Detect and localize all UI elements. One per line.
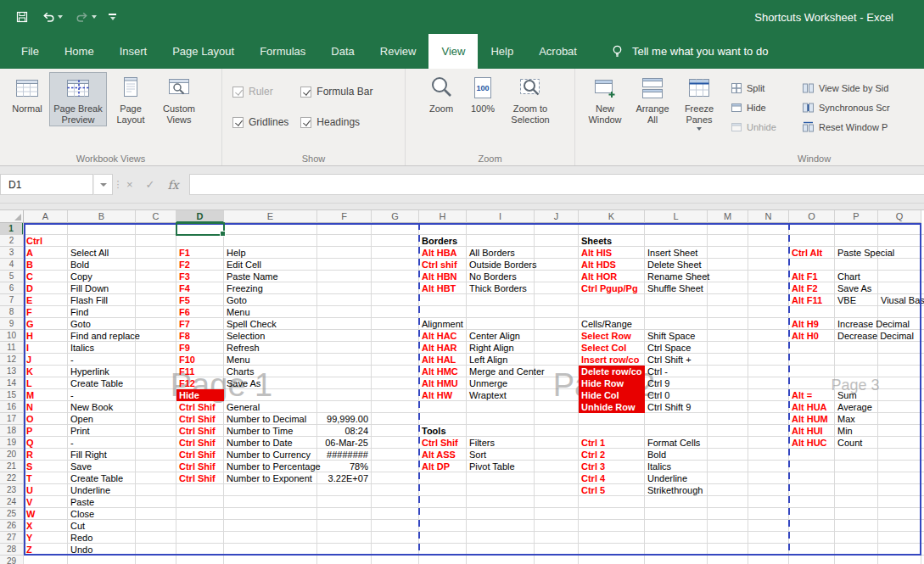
page-break-preview-button[interactable]: Page Break Preview [49,72,107,126]
cell-L5[interactable]: Rename Sheet [647,271,709,282]
cell-A8[interactable]: F [26,306,32,318]
cell-A22[interactable]: T [26,472,32,484]
cell-I4[interactable]: Outside Borders [469,259,536,271]
cell-D13[interactable]: F11 [179,366,194,377]
cell-A15[interactable]: M [26,389,34,401]
row-header-5[interactable]: 5 [0,271,24,282]
cell-I11[interactable]: Right Align [469,342,514,354]
row-header-23[interactable]: 23 [0,484,24,496]
cell-B25[interactable]: Close [70,508,94,520]
cell-H18[interactable]: Tools [422,425,446,437]
cell-H15[interactable]: Alt HW [422,389,452,401]
cell-A28[interactable]: Z [26,544,32,556]
cell-K12[interactable]: Insert row/co [581,354,639,366]
cancel-icon[interactable]: × [126,178,133,191]
cell-D7[interactable]: F5 [179,294,190,306]
cell-P5[interactable]: Chart [837,271,860,282]
cell-P7[interactable]: VBE [837,294,856,306]
cell-H19[interactable]: Ctrl Shif [422,437,458,449]
cell-E6[interactable]: Freezing [227,282,263,294]
unhide-button[interactable]: Unhide [731,121,792,133]
cell-D19[interactable]: Ctrl Shif [179,437,216,449]
cell-L19[interactable]: Format Cells [647,437,700,449]
row-header-24[interactable]: 24 [0,496,24,508]
col-header-G[interactable]: G [372,210,419,223]
cell-A7[interactable]: E [26,294,32,306]
cell-D14[interactable]: F12 [179,377,195,389]
cell-B13[interactable]: Hyperlink [70,366,109,377]
cell-O16[interactable]: Alt HUA [792,401,827,413]
formula-input[interactable] [189,174,924,195]
tell-me-box[interactable]: Tell me what you want to do [610,34,768,69]
cell-B14[interactable]: Create Table [70,377,123,389]
undo-dropdown-icon[interactable] [58,15,63,19]
row-header-25[interactable]: 25 [0,508,24,520]
cell-H6[interactable]: Alt HBT [422,282,456,294]
cell-O15[interactable]: Alt = [792,389,812,401]
row-header-3[interactable]: 3 [0,247,24,259]
split-button[interactable]: Split [731,82,792,94]
cell-K10[interactable]: Select Row [581,330,631,342]
cell-B5[interactable]: Copy [70,271,92,282]
cell-K16[interactable]: Unhide Row [579,401,645,413]
cell-B3[interactable]: Select All [70,247,109,259]
col-header-L[interactable]: L [645,210,708,223]
cell-L13[interactable]: Ctrl - [647,366,668,377]
cell-E21[interactable]: Number to Percentage [227,461,321,472]
cell-D3[interactable]: F1 [179,247,190,259]
cell-L12[interactable]: Ctrl Shift + [647,354,692,366]
cell-A23[interactable]: U [26,484,33,496]
cell-P3[interactable]: Paste Special [837,247,894,259]
row-header-8[interactable]: 8 [0,306,24,318]
cell-D16[interactable]: Ctrl Shif [179,401,216,413]
col-header-C[interactable]: C [136,210,176,223]
cell-H2[interactable]: Borders [422,235,457,247]
cell-L23[interactable]: Strikethrough [647,484,703,496]
cell-H10[interactable]: Alt HAC [422,330,457,342]
cell-A14[interactable]: L [26,377,32,389]
cell-O17[interactable]: Alt HUM [792,413,828,425]
cell-H4[interactable]: Ctrl shif [422,259,457,271]
ribbon-tab-page-layout[interactable]: Page Layout [160,34,247,69]
cell-P16[interactable]: Average [837,401,872,413]
cell-E22[interactable]: Number to Exponent [227,472,312,484]
cell-L4[interactable]: Delete Sheet [647,259,702,271]
cell-B27[interactable]: Redo [70,532,92,544]
checkbox-headings[interactable]: Headings [300,116,372,128]
col-header-O[interactable]: O [789,210,835,223]
cell-I21[interactable]: Pivot Table [469,461,515,472]
col-header-Q[interactable]: Q [878,210,921,223]
cell-D22[interactable]: Ctrl Shif [179,472,216,484]
checkbox-ruler[interactable]: Ruler [232,86,288,98]
cell-B9[interactable]: Goto [70,318,91,330]
hide-button[interactable]: Hide [731,102,792,114]
cell-B19[interactable]: - [70,437,74,449]
cell-O3[interactable]: Ctrl Alt [792,247,822,259]
row-header-22[interactable]: 22 [0,472,24,484]
zoom-100-button[interactable]: 100 100% [463,72,502,115]
cell-A20[interactable]: R [26,449,33,461]
cell-A3[interactable]: A [26,247,33,259]
cell-A24[interactable]: V [26,496,32,508]
col-header-B[interactable]: B [68,210,136,223]
cell-B18[interactable]: Print [70,425,90,437]
cell-A4[interactable]: B [26,259,33,271]
row-header-27[interactable]: 27 [0,532,24,544]
cell-O5[interactable]: Alt F1 [792,271,818,282]
row-header-11[interactable]: 11 [0,342,24,354]
row-header-1[interactable]: 1 [0,223,24,235]
cell-E17[interactable]: Number to Decimal [227,413,306,425]
col-header-E[interactable]: E [224,210,317,223]
cell-F21[interactable]: 78% [317,461,368,472]
undo-button[interactable] [41,10,63,24]
cell-K19[interactable]: Ctrl 1 [581,437,605,449]
ribbon-tab-help[interactable]: Help [478,34,526,69]
col-header-N[interactable]: N [748,210,789,223]
cell-B8[interactable]: Find [70,306,88,318]
cell-D18[interactable]: Ctrl Shif [179,425,216,437]
cell-P15[interactable]: Sum [837,389,857,401]
cell-K21[interactable]: Ctrl 3 [581,461,605,472]
cell-O19[interactable]: Alt HUC [792,437,827,449]
cell-I3[interactable]: All Borders [469,247,515,259]
cell-D8[interactable]: F6 [179,306,190,318]
